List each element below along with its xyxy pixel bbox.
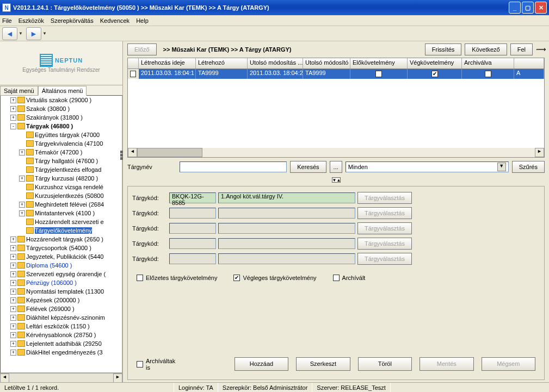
tree-item[interactable]: Hozzárendelt szervezeti e xyxy=(1,217,122,226)
grid-header-creator[interactable]: Létrehozó xyxy=(196,58,248,69)
check-final[interactable]: ✔ xyxy=(233,275,240,281)
add-button[interactable]: Hozzáad xyxy=(235,357,288,371)
tree-item[interactable]: Tárgyjelentkezés elfogad xyxy=(1,165,122,174)
tree-item[interactable]: Tárgy hallgatói (47600 ) xyxy=(1,157,122,165)
cell-arc-checkbox[interactable] xyxy=(485,71,491,77)
close-button[interactable]: ✕ xyxy=(535,2,547,14)
nav-back-button[interactable]: ◄ xyxy=(2,27,17,40)
tree-expand-icon[interactable]: + xyxy=(10,341,16,347)
tree-item[interactable]: +Leltári eszközök (1150 ) xyxy=(1,322,122,331)
tree-item[interactable]: +DiákHitel engedményezés (3 xyxy=(1,348,122,357)
tree-expand-icon[interactable]: + xyxy=(10,350,16,356)
tree-item[interactable]: +Szakok (30800 ) xyxy=(1,104,122,113)
choose-subject-button-0[interactable]: Tárgyválasztás xyxy=(357,192,412,204)
tree-expand-icon[interactable]: + xyxy=(10,254,16,260)
grid-header-end[interactable]: Végkövetelmény xyxy=(408,58,462,69)
check-pre[interactable] xyxy=(137,275,143,281)
collapse-up-icon[interactable]: ▼▲ xyxy=(332,177,341,183)
up-button[interactable]: Fel xyxy=(510,43,533,55)
nav-back-dropdown[interactable]: ▼ xyxy=(18,31,25,36)
tab-general-menu[interactable]: Általános menü xyxy=(38,86,87,96)
choose-subject-button-4[interactable]: Tárgyválasztás xyxy=(357,253,412,265)
tree-item[interactable]: Tárgyekvivalencia (47100 xyxy=(1,139,122,148)
menu-file[interactable]: File xyxy=(2,17,12,24)
pin-icon[interactable]: ⟿ xyxy=(536,45,545,54)
tree-expand-icon[interactable]: + xyxy=(10,97,16,103)
tree-expand-icon[interactable]: + xyxy=(19,150,25,155)
tree-item[interactable]: +Szakirányok (31800 ) xyxy=(1,113,122,122)
edit-button[interactable]: Szerkeszt xyxy=(296,357,350,371)
search-input[interactable] xyxy=(180,161,287,172)
tree-scrollbar[interactable]: ◄► xyxy=(0,373,122,382)
tree-item[interactable]: +Mintatantervek (4100 ) xyxy=(1,209,122,217)
tree-item[interactable]: +Témakör (47200 ) xyxy=(1,148,122,157)
prev-button[interactable]: Előző xyxy=(127,43,157,55)
tree-item[interactable]: +Nyomtatási templatek (11300 xyxy=(1,287,122,296)
tree-item[interactable]: +Tárgycsoportok (54000 ) xyxy=(1,244,122,252)
data-grid[interactable]: Létrehozás ideje Létrehozó Utolsó módosí… xyxy=(127,58,545,158)
tree-expand-icon[interactable]: + xyxy=(10,332,16,338)
choose-subject-button-3[interactable]: Tárgyválasztás xyxy=(357,238,412,250)
grid-header-checkbox[interactable] xyxy=(128,58,139,69)
tree-expand-icon[interactable]: + xyxy=(10,323,16,329)
choose-subject-button-1[interactable]: Tárgyválasztás xyxy=(357,207,412,219)
grid-header-created[interactable]: Létrehozás ideje xyxy=(139,58,196,69)
grid-scrollbar[interactable]: ◄► xyxy=(128,148,544,157)
menu-favorites[interactable]: Kedvencek xyxy=(100,17,129,24)
search-combo[interactable]: Minden▼ xyxy=(346,161,509,172)
save-button[interactable]: Mentés xyxy=(420,357,473,371)
tree-expand-icon[interactable]: + xyxy=(10,263,16,269)
row-checkbox[interactable] xyxy=(130,71,136,77)
tree-expand-icon[interactable]: + xyxy=(19,176,25,182)
tree-item[interactable]: +Kérvénysablonok (28750 ) xyxy=(1,331,122,339)
tree-expand-icon[interactable]: + xyxy=(10,306,16,312)
tree-item[interactable]: +Virtuális szakok (29000 ) xyxy=(1,96,122,104)
tree-item[interactable]: +Lejelentett adathibák (29250 xyxy=(1,339,122,348)
tree-item[interactable]: +Félévek (269000 ) xyxy=(1,304,122,313)
next-button[interactable]: Következő xyxy=(465,43,507,55)
cell-pre-checkbox[interactable] xyxy=(375,71,382,77)
menu-tools[interactable]: Eszközök xyxy=(18,17,44,24)
cancel-button[interactable]: Mégsem xyxy=(482,357,535,371)
tree-item[interactable]: +Pénzügy (106000 ) xyxy=(1,278,122,287)
tree-expand-icon[interactable]: + xyxy=(10,115,16,121)
tree-expand-icon[interactable]: + xyxy=(10,271,16,277)
tree-expand-icon[interactable]: + xyxy=(19,210,25,216)
filter-button[interactable]: Szűrés xyxy=(512,161,545,173)
tree-item[interactable]: -Tárgyak (46800 ) xyxy=(1,122,122,130)
refresh-button[interactable]: Frissítés xyxy=(425,43,462,55)
tree-expand-icon[interactable]: + xyxy=(10,237,16,242)
tree-item[interactable]: +Diploma (54600 ) xyxy=(1,261,122,270)
grid-header-archived[interactable]: Archiválva xyxy=(462,58,514,69)
check-archived-also[interactable] xyxy=(137,361,143,368)
nav-forward-button[interactable]: ► xyxy=(26,27,41,40)
minimize-button[interactable]: _ xyxy=(509,2,521,14)
nav-forward-dropdown[interactable]: ▼ xyxy=(42,31,49,36)
menu-help[interactable]: Help xyxy=(136,17,149,24)
grid-header-extra[interactable] xyxy=(514,58,544,69)
tree-expand-icon[interactable]: + xyxy=(10,106,16,112)
maximize-button[interactable]: ▢ xyxy=(522,2,534,14)
tree-expand-icon[interactable]: + xyxy=(10,289,16,295)
check-archived[interactable] xyxy=(333,275,340,281)
tree-expand-icon[interactable]: + xyxy=(10,315,16,321)
tree-expand-icon[interactable]: + xyxy=(19,202,25,208)
tree-expand-icon[interactable]: - xyxy=(10,123,16,129)
tree-item[interactable]: +Képzések (200000 ) xyxy=(1,296,122,304)
tree-expand-icon[interactable]: + xyxy=(10,297,16,303)
navigation-tree[interactable]: +Virtuális szakok (29000 )+Szakok (30800… xyxy=(0,95,122,373)
grid-header-modified[interactable]: Utolsó módosítás ... xyxy=(248,58,303,69)
tree-item[interactable]: +Diákhitel képzésnév-szinonim xyxy=(1,313,122,322)
tree-item[interactable]: +Meghirdetett félévei (2684 xyxy=(1,200,122,209)
grid-header-pre[interactable]: Előkövetelmény xyxy=(350,58,408,69)
tree-item[interactable]: +Tárgy kurzusai (48200 ) xyxy=(1,174,122,183)
tree-item[interactable]: Tárgyelőkövetelmény xyxy=(1,226,122,235)
tree-expand-icon[interactable]: + xyxy=(10,245,16,251)
splitter-handle[interactable] xyxy=(120,150,123,160)
search-button[interactable]: Keresés xyxy=(290,161,326,173)
tree-item[interactable]: Kurzusjelentkezés (50800 xyxy=(1,191,122,200)
table-row[interactable]: 2011.03.03. 18:04:1 TA9999 2011.03.03. 1… xyxy=(128,69,544,79)
tree-item[interactable]: Együttes tárgyak (47000 xyxy=(1,130,122,139)
tree-expand-icon[interactable]: + xyxy=(10,280,16,286)
tree-item[interactable]: +Szervezeti egység órarendje ( xyxy=(1,270,122,278)
